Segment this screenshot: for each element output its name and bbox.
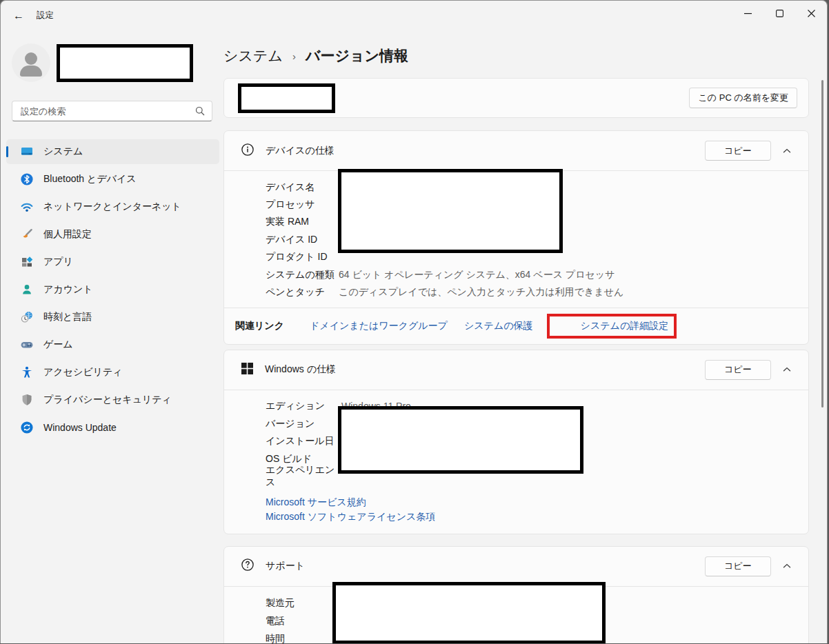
device-specs-header[interactable]: デバイスの仕様 コピー bbox=[224, 131, 808, 170]
maximize-button[interactable] bbox=[763, 1, 795, 26]
close-icon bbox=[808, 10, 815, 17]
paintbrush-icon bbox=[20, 228, 34, 241]
accessibility-person-icon bbox=[20, 365, 34, 379]
close-button[interactable] bbox=[795, 1, 827, 26]
link-domain-workgroup[interactable]: ドメインまたはワークグループ bbox=[310, 320, 448, 332]
windows-specs-title: Windows の仕様 bbox=[265, 363, 705, 376]
minimize-button[interactable] bbox=[732, 1, 763, 26]
breadcrumb-separator: › bbox=[292, 50, 296, 62]
sidebar-item-accounts[interactable]: アカウント bbox=[6, 277, 219, 302]
sidebar-item-label: ネットワークとインターネット bbox=[43, 201, 181, 213]
gamepad-icon bbox=[20, 338, 34, 352]
related-links-label: 関連リンク bbox=[235, 320, 284, 332]
page-title: バージョン情報 bbox=[306, 46, 408, 66]
sidebar-item-label: アカウント bbox=[43, 283, 93, 296]
spec-label: バージョン bbox=[266, 418, 341, 430]
search-icon bbox=[194, 105, 206, 117]
redacted-device-spec-values bbox=[338, 169, 563, 253]
spec-value: このディスプレイでは、ペン入力とタッチ入力は利用できません bbox=[339, 286, 623, 299]
spec-label: システムの種類 bbox=[266, 269, 339, 281]
sidebar-item-label: ゲーム bbox=[43, 339, 73, 351]
sidebar-item-privacy-security[interactable]: プライバシーとセキュリティ bbox=[6, 388, 219, 412]
chevron-up-icon[interactable] bbox=[777, 367, 797, 372]
device-specs-body: デバイス名 プロセッサ 実装 RAM デバイス ID プロダクト ID システム… bbox=[224, 171, 808, 308]
apps-icon bbox=[20, 255, 34, 269]
sidebar-item-label: プライバシーとセキュリティ bbox=[43, 394, 172, 406]
back-arrow-icon: ← bbox=[13, 10, 24, 22]
spec-label: 電話 bbox=[266, 615, 339, 627]
redacted-windows-spec-values bbox=[338, 406, 583, 474]
device-specs-title: デバイスの仕様 bbox=[266, 145, 705, 157]
spec-label: ペンとタッチ bbox=[266, 286, 339, 299]
chevron-up-icon[interactable] bbox=[777, 148, 797, 154]
bluetooth-icon bbox=[20, 172, 34, 186]
sidebar-item-label: Bluetooth とデバイス bbox=[43, 173, 137, 185]
rename-pc-button[interactable]: この PC の名前を変更 bbox=[689, 88, 797, 108]
window-controls bbox=[732, 1, 827, 26]
spec-label: デバイス ID bbox=[266, 234, 339, 246]
spec-label: エディション bbox=[266, 400, 341, 412]
profile[interactable] bbox=[12, 43, 223, 82]
link-advanced-system-settings[interactable]: システムの詳細設定 bbox=[581, 320, 669, 331]
person-icon bbox=[20, 283, 34, 296]
windows-specs-copy-button[interactable]: コピー bbox=[705, 360, 771, 380]
sync-icon bbox=[20, 421, 34, 434]
sidebar-item-bluetooth-devices[interactable]: Bluetooth とデバイス bbox=[6, 167, 219, 192]
windows-specs-header[interactable]: Windows の仕様 コピー bbox=[224, 350, 808, 390]
link-microsoft-services-agreement[interactable]: Microsoft サービス規約 bbox=[266, 495, 797, 510]
spec-label: デバイス名 bbox=[266, 181, 339, 194]
system-icon bbox=[20, 145, 34, 159]
spec-label: プロダクト ID bbox=[266, 251, 339, 263]
search-input[interactable] bbox=[19, 105, 194, 117]
search-box[interactable] bbox=[12, 101, 212, 121]
link-microsoft-software-license[interactable]: Microsoft ソフトウェアライセンス条項 bbox=[266, 510, 797, 525]
titlebar: ← 設定 bbox=[1, 1, 827, 35]
sidebar-item-windows-update[interactable]: Windows Update bbox=[6, 415, 219, 440]
link-system-protection[interactable]: システムの保護 bbox=[464, 320, 533, 332]
sidebar-item-gaming[interactable]: ゲーム bbox=[6, 332, 219, 357]
spec-label: 製造元 bbox=[266, 597, 339, 610]
maximize-icon bbox=[776, 10, 783, 17]
minimize-icon bbox=[744, 10, 752, 17]
help-icon bbox=[241, 558, 254, 574]
device-specs-card: デバイスの仕様 コピー デバイス名 プロセッサ 実装 RAM デバイス ID プ… bbox=[223, 130, 809, 345]
support-title: サポート bbox=[266, 560, 705, 572]
app-title: 設定 bbox=[37, 10, 54, 21]
avatar bbox=[12, 43, 50, 82]
windows-specs-card: Windows の仕様 コピー エディションWindows 11 Pro バージ… bbox=[223, 350, 809, 534]
device-specs-copy-button[interactable]: コピー bbox=[705, 141, 771, 161]
sidebar-item-apps[interactable]: アプリ bbox=[6, 250, 219, 274]
sidebar-item-time-language[interactable]: 時刻と言語 bbox=[6, 305, 219, 330]
redacted-user-name bbox=[57, 44, 193, 82]
support-copy-button[interactable]: コピー bbox=[705, 556, 771, 576]
highlight-box: システムの詳細設定 bbox=[547, 314, 677, 339]
support-card: サポート コピー 製造元 電話 時間 Web サイト bbox=[223, 546, 809, 643]
sidebar-item-label: Windows Update bbox=[43, 422, 117, 433]
spec-label: エクスペリエンス bbox=[266, 464, 341, 489]
sidebar-nav: システム Bluetooth とデバイス ネットワークとインターネット 個人用設… bbox=[6, 139, 219, 440]
sidebar-item-accessibility[interactable]: アクセシビリティ bbox=[6, 360, 219, 385]
main-content: システム › バージョン情報 この PC の名前を変更 デバイスの仕様 コピー bbox=[223, 35, 827, 643]
redacted-device-name bbox=[238, 83, 335, 113]
device-name-card: この PC の名前を変更 bbox=[223, 78, 809, 118]
sidebar-item-network-internet[interactable]: ネットワークとインターネット bbox=[6, 194, 219, 219]
chevron-up-icon[interactable] bbox=[777, 563, 797, 569]
microsoft-links: Microsoft サービス規約 Microsoft ソフトウェアライセンス条項 bbox=[224, 492, 808, 534]
breadcrumb-system[interactable]: システム bbox=[223, 46, 283, 66]
vertical-scrollbar[interactable] bbox=[821, 80, 823, 407]
sidebar-item-label: アプリ bbox=[43, 256, 73, 268]
sidebar-item-label: 個人用設定 bbox=[43, 228, 92, 241]
spec-label: 時間 bbox=[266, 633, 339, 643]
related-links-row: 関連リンク ドメインまたはワークグループ システムの保護 システムの詳細設定 bbox=[224, 308, 808, 344]
spec-label: OS ビルド bbox=[266, 453, 341, 465]
info-icon bbox=[241, 143, 254, 159]
windows-specs-body: エディションWindows 11 Pro バージョン インストール日 OS ビル… bbox=[224, 390, 808, 492]
spec-label: インストール日 bbox=[266, 435, 341, 447]
support-header[interactable]: サポート コピー bbox=[224, 547, 808, 586]
sidebar-item-system[interactable]: システム bbox=[6, 139, 219, 164]
spec-value: 64 ビット オペレーティング システム、x64 ベース プロセッサ bbox=[339, 269, 615, 281]
back-button[interactable]: ← bbox=[8, 5, 30, 27]
wifi-icon bbox=[20, 200, 34, 214]
sidebar-item-personalization[interactable]: 個人用設定 bbox=[6, 222, 219, 247]
sidebar-item-label: 時刻と言語 bbox=[43, 311, 92, 323]
